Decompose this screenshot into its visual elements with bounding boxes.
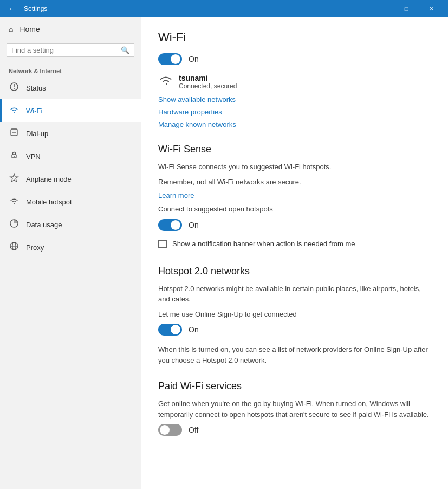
- sidebar-item-vpn[interactable]: VPN: [0, 145, 141, 168]
- sidebar-item-label: Data usage: [26, 221, 62, 229]
- paid-wifi-desc: Get online when you're on the go by buyi…: [158, 398, 431, 420]
- titlebar-left: ← Settings: [4, 1, 47, 16]
- connect-toggle-label: On: [189, 221, 199, 229]
- paid-toggle-label: Off: [189, 426, 198, 434]
- titlebar-controls: ─ □ ✕: [369, 0, 444, 17]
- minimize-button[interactable]: ─: [369, 0, 394, 17]
- paid-toggle-row: Off: [158, 424, 431, 436]
- main-panel: Wi-Fi On tsunami Connected, secu: [141, 17, 448, 489]
- data-usage-icon: [9, 218, 20, 230]
- connect-toggle[interactable]: [158, 219, 182, 231]
- manage-networks-link[interactable]: Manage known networks: [158, 120, 431, 128]
- wifi-toggle[interactable]: [158, 53, 182, 65]
- sidebar-item-airplane[interactable]: Airplane mode: [0, 168, 141, 190]
- sidebar-item-hotspot[interactable]: Mobile hotspot: [0, 190, 141, 213]
- sidebar-item-label: VPN: [26, 152, 41, 160]
- titlebar-title: Settings: [24, 5, 47, 12]
- network-info: tsunami Connected, secured: [179, 74, 237, 90]
- notification-checkbox-label: Show a notification banner when action i…: [172, 240, 355, 248]
- app-body: ⌂ Home 🔍 Network & Internet Status: [0, 17, 448, 489]
- hotspot-title: Hotspot 2.0 networks: [158, 266, 431, 277]
- learn-more-link[interactable]: Learn more: [158, 191, 431, 200]
- wifi-title: Wi-Fi: [158, 30, 431, 44]
- sidebar-item-label: Dial-up: [26, 130, 48, 138]
- close-button[interactable]: ✕: [419, 0, 444, 17]
- wifi-sense-title: Wi-Fi Sense: [158, 144, 431, 155]
- wifi-toggle-row: On: [158, 53, 431, 65]
- wifi-toggle-label: On: [189, 55, 199, 63]
- wifi-sense-desc2: Remember, not all Wi-Fi networks are sec…: [158, 177, 431, 188]
- sidebar: ⌂ Home 🔍 Network & Internet Status: [0, 17, 141, 489]
- show-networks-link[interactable]: Show available networks: [158, 95, 431, 104]
- wifi-sense-section: Wi-Fi Sense Wi-Fi Sense connects you to …: [158, 144, 431, 248]
- network-name: tsunami: [179, 74, 237, 82]
- hotspot-section: Hotspot 2.0 networks Hotspot 2.0 network…: [158, 266, 431, 366]
- svg-point-6: [14, 156, 15, 157]
- hotspot-toggle-label: On: [189, 325, 199, 334]
- wifi-toggle-thumb: [171, 54, 180, 64]
- wifi-section: Wi-Fi On tsunami Connected, secu: [158, 30, 431, 128]
- hardware-properties-link[interactable]: Hardware properties: [158, 108, 431, 116]
- network-wifi-icon: [158, 74, 173, 89]
- hotspot-online-label: Let me use Online Sign-Up to get connect…: [158, 309, 431, 320]
- status-icon: [9, 82, 20, 94]
- sidebar-item-label: Proxy: [26, 243, 44, 252]
- connect-suggested-label: Connect to suggested open hotspots: [158, 204, 431, 215]
- back-button[interactable]: ←: [4, 1, 20, 16]
- sidebar-item-label: Status: [26, 84, 46, 92]
- sidebar-item-dialup[interactable]: Dial-up: [0, 122, 141, 145]
- notification-checkbox-row: Show a notification banner when action i…: [158, 240, 431, 248]
- sidebar-item-data[interactable]: Data usage: [0, 213, 141, 236]
- hotspot-desc1: Hotspot 2.0 networks might be available …: [158, 284, 431, 305]
- connect-toggle-thumb: [171, 220, 180, 230]
- svg-point-2: [14, 88, 15, 89]
- connect-toggle-row: On: [158, 219, 431, 231]
- sidebar-item-home[interactable]: ⌂ Home: [0, 17, 141, 41]
- home-icon: ⌂: [9, 25, 13, 34]
- notification-checkbox[interactable]: [158, 240, 167, 248]
- sidebar-category: Network & Internet: [0, 63, 141, 76]
- hotspot-toggle[interactable]: [158, 324, 182, 336]
- network-row: tsunami Connected, secured: [158, 74, 431, 90]
- maximize-button[interactable]: □: [394, 0, 419, 17]
- sidebar-search-box[interactable]: 🔍: [7, 43, 134, 57]
- paid-wifi-section: Paid Wi-Fi services Get online when you'…: [158, 381, 431, 436]
- dialup-icon: [9, 127, 20, 139]
- sidebar-item-label: Mobile hotspot: [26, 198, 72, 206]
- proxy-icon: [9, 241, 20, 253]
- hotspot-desc2: When this is turned on, you can see a li…: [158, 344, 431, 365]
- wifi-sidebar-icon: [9, 105, 20, 117]
- airplane-icon: [9, 173, 20, 185]
- paid-toggle-thumb: [160, 425, 170, 435]
- hotspot-icon: [9, 196, 20, 208]
- hotspot-toggle-thumb: [171, 325, 180, 334]
- paid-wifi-title: Paid Wi-Fi services: [158, 381, 431, 392]
- search-input[interactable]: [11, 46, 121, 54]
- hotspot-toggle-row: On: [158, 324, 431, 336]
- vpn-icon: [9, 150, 20, 162]
- sidebar-item-wifi[interactable]: Wi-Fi: [0, 99, 141, 122]
- titlebar: ← Settings ─ □ ✕: [0, 0, 448, 17]
- sidebar-item-label: Wi-Fi: [26, 107, 42, 115]
- sidebar-item-status[interactable]: Status: [0, 76, 141, 99]
- wifi-sense-desc1: Wi-Fi Sense connects you to suggested Wi…: [158, 162, 431, 172]
- paid-wifi-toggle[interactable]: [158, 424, 182, 436]
- sidebar-item-label: Airplane mode: [26, 175, 72, 183]
- network-status: Connected, secured: [179, 82, 237, 90]
- sidebar-item-proxy[interactable]: Proxy: [0, 236, 141, 259]
- sidebar-home-label: Home: [20, 25, 40, 34]
- search-icon: 🔍: [121, 46, 129, 54]
